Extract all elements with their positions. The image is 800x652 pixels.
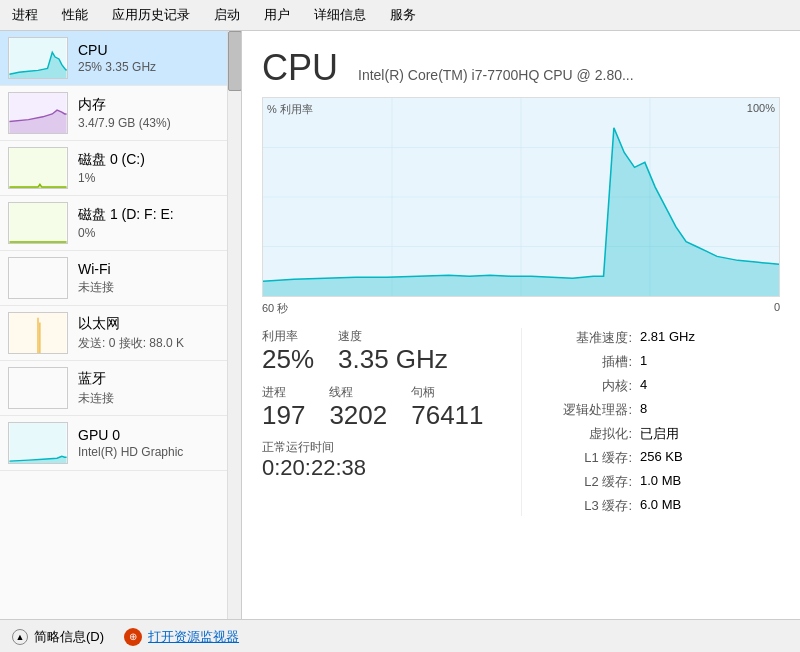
threads-value: 3202 bbox=[329, 401, 387, 430]
processes-group: 进程 197 bbox=[262, 384, 305, 430]
l2-row: L2 缓存: 1.0 MB bbox=[542, 472, 780, 492]
disk0-label: 磁盘 0 (C:) bbox=[78, 151, 145, 169]
chart-footer: 60 秒 0 bbox=[262, 301, 780, 316]
resource-monitor-icon: ⊕ bbox=[124, 628, 142, 646]
ethernet-thumbnail bbox=[8, 312, 68, 354]
resource-monitor-button[interactable]: ⊕ 打开资源监视器 bbox=[124, 628, 239, 646]
sidebar-item-wifi[interactable]: Wi-Fi 未连接 bbox=[0, 251, 241, 306]
base-speed-value: 2.81 GHz bbox=[640, 329, 695, 347]
menu-app-history[interactable]: 应用历史记录 bbox=[108, 4, 194, 26]
logical-label: 逻辑处理器: bbox=[542, 401, 632, 419]
uptime-value: 0:20:22:38 bbox=[262, 456, 521, 480]
base-speed-row: 基准速度: 2.81 GHz bbox=[542, 328, 780, 348]
disk0-mini-chart bbox=[9, 148, 67, 188]
menu-users[interactable]: 用户 bbox=[260, 4, 294, 26]
memory-mini-chart bbox=[9, 93, 67, 133]
logical-value: 8 bbox=[640, 401, 647, 419]
ethernet-label: 以太网 bbox=[78, 315, 184, 333]
wifi-detail: 未连接 bbox=[78, 279, 114, 296]
uptime-label: 正常运行时间 bbox=[262, 439, 521, 456]
sidebar-item-memory[interactable]: 内存 3.4/7.9 GB (43%) bbox=[0, 86, 241, 141]
sidebar-item-disk1[interactable]: 磁盘 1 (D: F: E: 0% bbox=[0, 196, 241, 251]
cpu-model: Intel(R) Core(TM) i7-7700HQ CPU @ 2.80..… bbox=[358, 67, 634, 83]
threads-group: 线程 3202 bbox=[329, 384, 387, 430]
cpu-chart: % 利用率 100% bbox=[262, 97, 780, 297]
wifi-info: Wi-Fi 未连接 bbox=[78, 261, 114, 296]
bluetooth-info: 蓝牙 未连接 bbox=[78, 370, 114, 407]
sidebar-item-cpu[interactable]: CPU 25% 3.35 GHz bbox=[0, 31, 241, 86]
menu-details[interactable]: 详细信息 bbox=[310, 4, 370, 26]
summary-label: 简略信息(D) bbox=[34, 628, 104, 646]
processes-label: 进程 bbox=[262, 384, 305, 401]
speed-group: 速度 3.35 GHz bbox=[338, 328, 448, 374]
ethernet-detail: 发送: 0 接收: 88.0 K bbox=[78, 335, 184, 352]
slots-value: 1 bbox=[640, 353, 647, 371]
wifi-mini-chart bbox=[9, 258, 67, 298]
l1-row: L1 缓存: 256 KB bbox=[542, 448, 780, 468]
sidebar: CPU 25% 3.35 GHz 内存 3.4/7.9 GB (43%) bbox=[0, 31, 242, 619]
menu-bar: 进程 性能 应用历史记录 启动 用户 详细信息 服务 bbox=[0, 0, 800, 31]
proc-threads-row: 进程 197 线程 3202 句柄 76411 bbox=[262, 384, 521, 430]
sidebar-item-gpu[interactable]: GPU 0 Intel(R) HD Graphic bbox=[0, 416, 241, 471]
gpu-label: GPU 0 bbox=[78, 427, 183, 443]
disk1-mini-chart bbox=[9, 203, 67, 243]
chevron-up-icon: ▲ bbox=[12, 629, 28, 645]
sidebar-scroll-thumb[interactable] bbox=[228, 31, 242, 91]
svg-rect-4 bbox=[9, 148, 66, 188]
handles-group: 句柄 76411 bbox=[411, 384, 483, 430]
menu-services[interactable]: 服务 bbox=[386, 4, 420, 26]
l1-value: 256 KB bbox=[640, 449, 683, 467]
bluetooth-thumbnail bbox=[8, 367, 68, 409]
sidebar-item-ethernet[interactable]: 以太网 发送: 0 接收: 88.0 K bbox=[0, 306, 241, 361]
bluetooth-label: 蓝牙 bbox=[78, 370, 114, 388]
cpu-mini-chart bbox=[9, 38, 67, 78]
handles-label: 句柄 bbox=[411, 384, 483, 401]
uptime-group: 正常运行时间 0:20:22:38 bbox=[262, 439, 521, 480]
speed-label: 速度 bbox=[338, 328, 448, 345]
ethernet-info: 以太网 发送: 0 接收: 88.0 K bbox=[78, 315, 184, 352]
gpu-info: GPU 0 Intel(R) HD Graphic bbox=[78, 427, 183, 459]
stats-grid: 利用率 25% 速度 3.35 GHz 进程 197 线程 bbox=[262, 328, 780, 516]
cpu-info: CPU 25% 3.35 GHz bbox=[78, 42, 156, 74]
sidebar-scrollbar[interactable] bbox=[227, 31, 241, 619]
chart-x-right: 0 bbox=[774, 301, 780, 316]
slots-row: 插槽: 1 bbox=[542, 352, 780, 372]
summary-button[interactable]: ▲ 简略信息(D) bbox=[12, 628, 104, 646]
disk1-label: 磁盘 1 (D: F: E: bbox=[78, 206, 174, 224]
cpu-header: CPU Intel(R) Core(TM) i7-7700HQ CPU @ 2.… bbox=[262, 47, 780, 89]
memory-info: 内存 3.4/7.9 GB (43%) bbox=[78, 96, 171, 130]
disk0-detail: 1% bbox=[78, 171, 145, 185]
memory-label: 内存 bbox=[78, 96, 171, 114]
processes-value: 197 bbox=[262, 401, 305, 430]
stats-right: 基准速度: 2.81 GHz 插槽: 1 内核: 4 逻辑处理器: 8 虚拟化: bbox=[521, 328, 780, 516]
bluetooth-detail: 未连接 bbox=[78, 390, 114, 407]
l3-value: 6.0 MB bbox=[640, 497, 681, 515]
chart-y-max: 100% bbox=[747, 102, 775, 114]
cores-row: 内核: 4 bbox=[542, 376, 780, 396]
menu-startup[interactable]: 启动 bbox=[210, 4, 244, 26]
gpu-detail: Intel(R) HD Graphic bbox=[78, 445, 183, 459]
logical-row: 逻辑处理器: 8 bbox=[542, 400, 780, 420]
virtualization-value: 已启用 bbox=[640, 425, 679, 443]
main-content: CPU Intel(R) Core(TM) i7-7700HQ CPU @ 2.… bbox=[242, 31, 800, 619]
memory-detail: 3.4/7.9 GB (43%) bbox=[78, 116, 171, 130]
l2-value: 1.0 MB bbox=[640, 473, 681, 491]
stats-left: 利用率 25% 速度 3.35 GHz 进程 197 线程 bbox=[262, 328, 521, 516]
disk0-thumbnail bbox=[8, 147, 68, 189]
virtualization-label: 虚拟化: bbox=[542, 425, 632, 443]
l2-label: L2 缓存: bbox=[542, 473, 632, 491]
sidebar-item-disk0[interactable]: 磁盘 0 (C:) 1% bbox=[0, 141, 241, 196]
chart-x-label: 60 秒 bbox=[262, 301, 288, 316]
gpu-thumbnail bbox=[8, 422, 68, 464]
menu-performance[interactable]: 性能 bbox=[58, 4, 92, 26]
sidebar-item-bluetooth[interactable]: 蓝牙 未连接 bbox=[0, 361, 241, 416]
menu-processes[interactable]: 进程 bbox=[8, 4, 42, 26]
handles-value: 76411 bbox=[411, 401, 483, 430]
l1-label: L1 缓存: bbox=[542, 449, 632, 467]
utilization-group: 利用率 25% bbox=[262, 328, 314, 374]
gpu-mini-chart bbox=[9, 423, 67, 463]
cpu-thumbnail bbox=[8, 37, 68, 79]
ethernet-mini-chart bbox=[9, 313, 67, 353]
utilization-value: 25% bbox=[262, 345, 314, 374]
svg-rect-6 bbox=[9, 203, 66, 243]
